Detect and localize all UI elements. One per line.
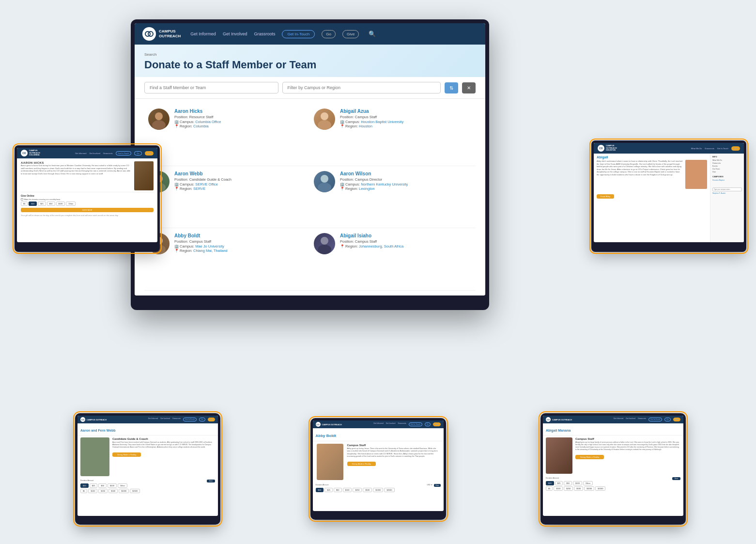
amount-other[interactable]: Other — [66, 202, 76, 206]
bl-amount-25[interactable]: $25 — [90, 483, 98, 488]
staff-card-aaron-wilson[interactable]: Aaron Wilson Position: Campus Director 🏢… — [310, 166, 476, 229]
sidebar-search-input[interactable] — [712, 187, 742, 191]
region-link[interactable]: Houston — [359, 124, 372, 128]
tab-nav-link[interactable]: Grassroots — [398, 422, 406, 426]
bl-give-btn[interactable]: Give — [207, 480, 215, 482]
tab-nav-link[interactable]: Get Involved — [386, 422, 396, 426]
tab-amount-50[interactable]: $50 — [334, 488, 342, 492]
mini-nav-link[interactable]: What We Do — [691, 147, 702, 150]
br-amount-1000[interactable]: $1000 — [584, 486, 594, 491]
campus-link[interactable]: Columbia Office — [195, 120, 221, 124]
tab-amount-500[interactable]: $500 — [363, 488, 372, 492]
amount-25[interactable]: $25 — [38, 202, 46, 206]
bl-nav-link[interactable]: Get Informed — [148, 418, 158, 421]
campus-link[interactable]: Houston Baptist University — [361, 120, 403, 124]
region-link[interactable]: SERVE — [193, 187, 205, 191]
staff-name[interactable]: Aaron Webb — [174, 171, 231, 176]
br-give[interactable]: Give — [673, 418, 680, 421]
go-button[interactable]: Go — [322, 30, 336, 38]
mini-nav-link[interactable]: Get Informed — [75, 152, 86, 155]
tab-get-in-touch[interactable]: Get In-Touch — [409, 422, 422, 426]
br-amount-50[interactable]: $50 — [564, 481, 572, 485]
br-donate-button[interactable]: Giving Made a Reality — [575, 455, 604, 459]
mini-nav-link[interactable]: Grassroots — [705, 147, 714, 150]
staff-card-aaron-webb[interactable]: Aaron Webb Position: Candidate Guide & C… — [144, 166, 310, 229]
br-amount-25[interactable]: $25 — [555, 481, 563, 485]
campus-link[interactable]: Northern Kentucky University — [361, 182, 408, 187]
nav-logo[interactable]: CAMPUSOUTREACH — [142, 27, 181, 41]
bl-amount-1000[interactable]: $1000 — [119, 489, 129, 493]
br-amount-250[interactable]: $250 — [564, 486, 573, 491]
br-nav-link[interactable]: Get Informed — [614, 418, 623, 421]
br-amount-other[interactable]: Other — [583, 481, 593, 485]
mini-nav-link[interactable]: Grassroots — [103, 152, 113, 155]
bl-amount-500[interactable]: $500 — [108, 489, 118, 493]
tab-nav-link[interactable]: Get Informed — [373, 422, 383, 426]
amount-5[interactable]: $5 — [21, 202, 28, 206]
bl-amount-100[interactable]: $100 — [108, 483, 117, 488]
tab-amount-custom[interactable]: $2500 — [384, 488, 394, 492]
br-nav-link[interactable]: Grassroots — [638, 418, 646, 421]
mini-give[interactable]: Give — [145, 151, 154, 155]
amount-10[interactable]: $10 — [29, 202, 37, 206]
sidebar-campus-link[interactable]: Houston Baptist — [712, 179, 742, 182]
mini-nav-link[interactable]: Get In-Touch — [717, 147, 728, 150]
get-in-touch-button[interactable]: Get In-Touch — [282, 30, 315, 38]
search-input[interactable] — [144, 82, 278, 93]
staff-name[interactable]: Aaron Hicks — [174, 109, 221, 114]
br-amount-500[interactable]: $500 — [574, 486, 583, 491]
staff-card-abigail-isiaho[interactable]: Abigail Isiaho Position: Campus Staff 📍 … — [310, 228, 476, 291]
tab-give[interactable]: Give — [433, 422, 440, 426]
give-button[interactable]: Give — [342, 30, 359, 38]
nav-grassroots[interactable]: Grassroots — [254, 31, 275, 36]
tab-amount-250[interactable]: $250 — [353, 488, 362, 492]
tab-give-btn[interactable]: Give — [434, 484, 440, 487]
bl-amount-5[interactable]: $5 — [80, 489, 87, 493]
clear-button[interactable]: ✕ — [462, 82, 476, 93]
br-amount-10[interactable]: $10 — [546, 481, 554, 485]
mini-get-in-touch[interactable]: Get In-Touch — [116, 151, 132, 155]
staff-card-aaron-hicks[interactable]: Aaron Hicks Position: Resource Staff 🏢 C… — [144, 104, 310, 166]
tab-go[interactable]: Go — [425, 422, 431, 426]
amount-50[interactable]: $50 — [47, 202, 55, 206]
br-amount-5[interactable]: $5 — [546, 486, 553, 491]
give-now-button[interactable]: GIVE NOW — [21, 208, 154, 212]
staff-card-abigail-azua[interactable]: Abigail Azua Position: Campus Staff 🏢 Ca… — [310, 104, 476, 166]
staff-name[interactable]: Abigail Azua — [340, 109, 403, 114]
br-amount-2500[interactable]: $2500 — [595, 486, 605, 491]
tab-donate-button[interactable]: Giving Made a Reality — [347, 462, 376, 466]
bl-get-in-touch[interactable]: Get In-Touch — [183, 418, 197, 421]
search-icon[interactable]: 🔍 — [369, 31, 376, 37]
staff-card-abby-boldt[interactable]: Abby Boldt Position: Campus Staff 🏢 Camp… — [144, 228, 310, 291]
tab-amount-25[interactable]: $25 — [324, 488, 333, 492]
donate-button-right[interactable]: Email Abby — [597, 194, 614, 199]
mini-give-right[interactable]: Give — [731, 146, 740, 151]
br-give-btn[interactable]: Give — [672, 477, 680, 480]
region-link[interactable]: Johannesburg, South Africa — [359, 244, 403, 249]
sidebar-campus-link-2[interactable]: Stephen F. Austin — [712, 192, 742, 195]
campus-link[interactable]: Mae Jo University — [195, 244, 224, 249]
bl-amount-2500[interactable]: $2500 — [130, 489, 140, 493]
br-go[interactable]: Go — [664, 418, 671, 421]
amount-100[interactable]: $100 — [56, 202, 65, 206]
recurring-checkbox[interactable] — [21, 198, 23, 201]
staff-name[interactable]: Abby Boldt — [174, 233, 228, 238]
br-amount-100-2[interactable]: $100 — [554, 486, 563, 491]
tab-amount-other[interactable]: $1000 — [373, 488, 383, 492]
bl-amount-250-2[interactable]: $250 — [98, 489, 108, 493]
bl-amount-50[interactable]: $50 — [98, 483, 107, 488]
bl-amount-250[interactable]: Other — [118, 483, 127, 488]
br-amount-100[interactable]: $100 — [573, 481, 582, 485]
mini-nav-link[interactable]: Get Involved — [89, 152, 100, 155]
mini-go[interactable]: Go — [134, 151, 141, 155]
bl-amount-100-2[interactable]: $100 — [88, 489, 97, 493]
staff-name[interactable]: Aaron Wilson — [340, 171, 408, 176]
bl-go[interactable]: Go — [199, 418, 205, 421]
bl-nav-link[interactable]: Get Involved — [160, 418, 170, 421]
sort-button[interactable]: ⇅ — [445, 82, 458, 93]
bl-give[interactable]: Give — [208, 418, 215, 421]
tab-amount-100[interactable]: $100 — [343, 488, 352, 492]
bl-nav-link[interactable]: Grassroots — [172, 418, 181, 421]
bl-donate-button[interactable]: Giving Made a Reality — [112, 452, 141, 457]
region-link[interactable]: Lexington — [359, 187, 375, 191]
